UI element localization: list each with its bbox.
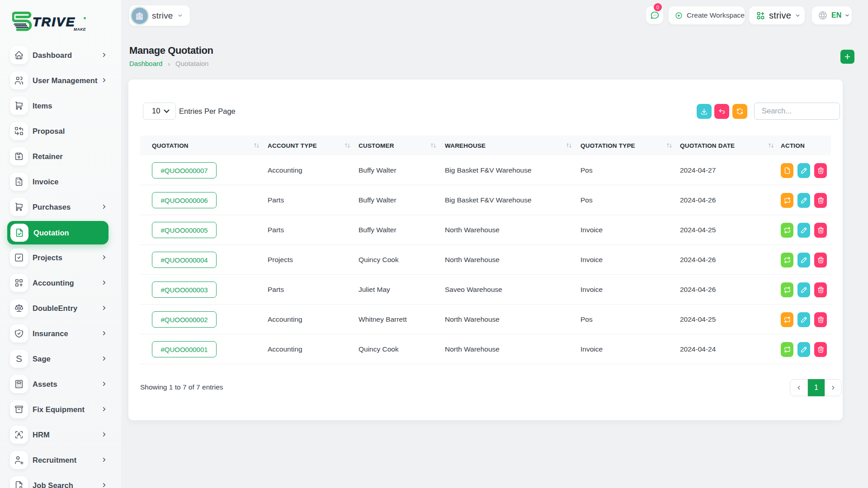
svg-text:MAKE: MAKE xyxy=(74,27,86,32)
svg-text:TRIVE: TRIVE xyxy=(33,14,75,29)
